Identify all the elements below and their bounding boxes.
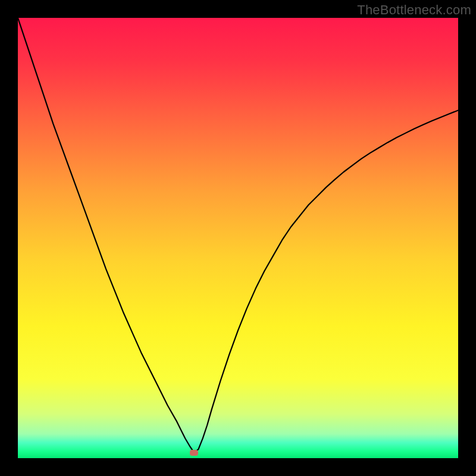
minimum-marker [190,450,198,456]
bottleneck-curve [18,18,458,458]
chart-frame: TheBottleneck.com [0,0,476,476]
watermark-label: TheBottleneck.com [357,2,471,18]
plot-area [18,18,458,458]
